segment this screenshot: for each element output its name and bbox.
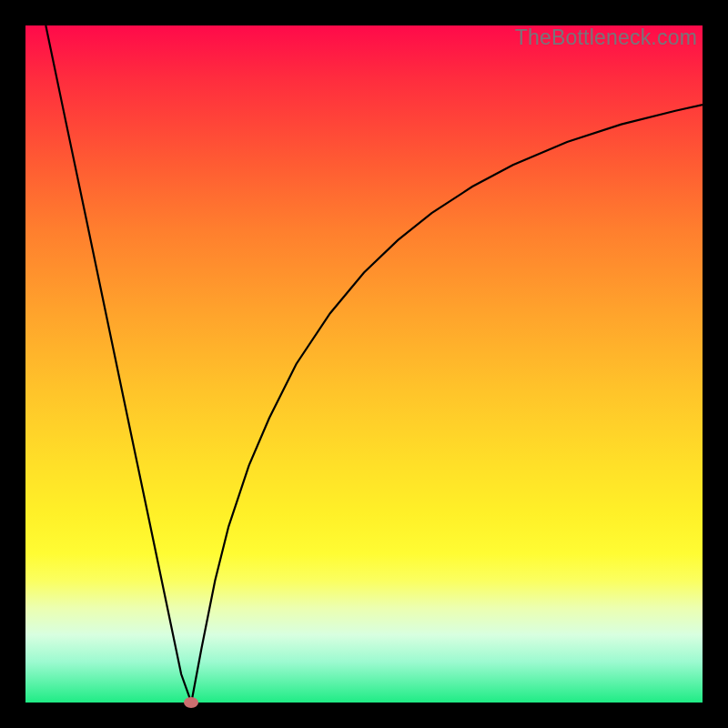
curve-path: [46, 25, 703, 703]
bottleneck-curve: [25, 25, 703, 703]
chart-frame: TheBottleneck.com: [0, 0, 728, 728]
optimal-point-marker: [184, 697, 198, 708]
chart-plot-area: TheBottleneck.com: [25, 25, 703, 703]
